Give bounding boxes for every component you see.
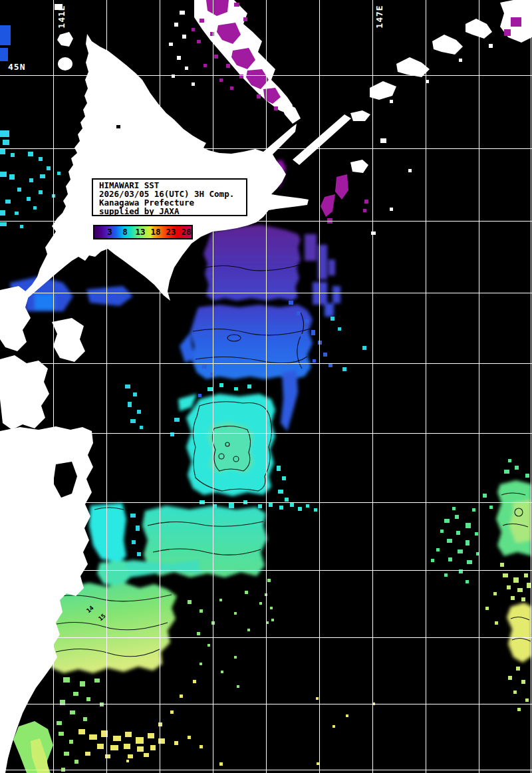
temperature-colorbar: 3 8 13 18 23 28 (93, 225, 193, 239)
credit-line: supplied by JAXA (99, 207, 246, 216)
info-box: HIMAWARI SST 2026/03/05 16(UTC) 3H Comp.… (92, 178, 247, 216)
colorbar-tick: 13 (135, 227, 145, 237)
colorbar-tick: 3 (107, 227, 112, 237)
colorbar-tick: 8 (122, 227, 128, 237)
lon-label-147e: 147E (374, 5, 384, 28)
lon-label-141e: 141E (57, 5, 66, 28)
colorbar-tick: 18 (150, 227, 160, 237)
sst-map-canvas (0, 0, 532, 773)
rishiri-island (58, 57, 72, 71)
colorbar-tick: 28 (181, 227, 191, 237)
colorbar-tick: 23 (166, 227, 176, 237)
sst-map-screen: 141E 147E 45N 14 15 HIMAWARI SST 2026/03… (0, 0, 532, 773)
lat-label-45n: 45N (8, 62, 25, 72)
